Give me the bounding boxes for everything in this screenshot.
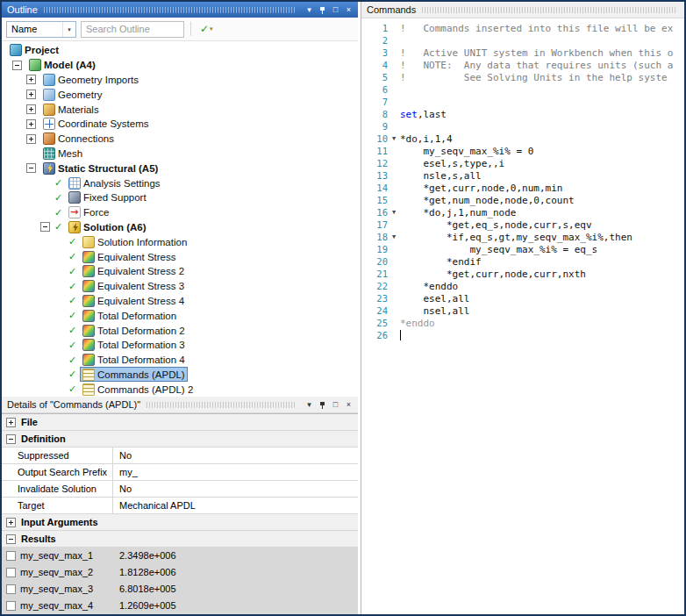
tree-item-equivalent-stress-3[interactable]: ✓Equivalent Stress 3 bbox=[2, 279, 358, 294]
code-line-2[interactable]: 2 bbox=[361, 34, 684, 47]
code-line-18[interactable]: 18▼ *if,eq_s,gt,my_seqv_max_%i%,then bbox=[361, 231, 684, 243]
tree-item-commands-apdl[interactable]: ✓Commands (APDL) bbox=[2, 368, 358, 383]
code-line-20[interactable]: 20 *endif bbox=[361, 255, 684, 268]
code-line-22[interactable]: 22 *enddo bbox=[361, 280, 684, 292]
tree-item-connections[interactable]: Connections bbox=[2, 132, 358, 147]
fold-marker-icon[interactable]: ▼ bbox=[388, 233, 400, 240]
code-line-13[interactable]: 13 nsle,s,all bbox=[361, 169, 684, 182]
maximize-icon[interactable]: □ bbox=[329, 397, 342, 412]
code-line-1[interactable]: 1! Commands inserted into this file will… bbox=[361, 22, 684, 34]
titlebar-grip[interactable] bbox=[146, 402, 297, 408]
details-category-results[interactable]: Results bbox=[2, 531, 358, 548]
check-icon: ✓ bbox=[68, 325, 80, 336]
details-category-file[interactable]: File bbox=[2, 414, 358, 431]
tree-item-analysis-settings[interactable]: ✓Analysis Settings bbox=[2, 175, 358, 190]
tree-item-equivalent-stress-2[interactable]: ✓Equivalent Stress 2 bbox=[2, 264, 358, 279]
titlebar-grip[interactable] bbox=[422, 7, 675, 13]
code-line-9[interactable]: 9 bbox=[361, 120, 684, 133]
expand-icon[interactable] bbox=[6, 518, 16, 527]
commands-titlebar[interactable]: Commands bbox=[361, 2, 684, 18]
code-line-19[interactable]: 19 my_seqv_max_%i% = eq_s bbox=[361, 243, 684, 255]
collapse-icon[interactable] bbox=[26, 163, 36, 173]
tree-item-project[interactable]: Project bbox=[2, 43, 358, 58]
result-checkbox[interactable] bbox=[6, 551, 16, 561]
close-icon[interactable]: × bbox=[342, 397, 355, 412]
code-line-7[interactable]: 7 bbox=[361, 96, 684, 108]
details-titlebar[interactable]: Details of "Commands (APDL)" ▾ □ × bbox=[2, 397, 358, 413]
code-line-26[interactable]: 26 bbox=[361, 329, 684, 341]
pin-icon[interactable] bbox=[316, 397, 329, 412]
search-outline-input[interactable] bbox=[81, 21, 184, 38]
tree-item-body: Fixed Support bbox=[66, 190, 149, 205]
tree-item-total-deformation-4[interactable]: ✓Total Deformation 4 bbox=[2, 353, 358, 368]
tree-item-equivalent-stress-4[interactable]: ✓Equivalent Stress 4 bbox=[2, 294, 358, 309]
tree-item-solution-a6[interactable]: ✓Solution (A6) bbox=[2, 220, 358, 235]
code-line-10[interactable]: 10▼*do,i,1,4 bbox=[361, 133, 684, 145]
tree-item-total-deformation-2[interactable]: ✓Total Deformation 2 bbox=[2, 323, 358, 338]
code-line-17[interactable]: 17 *get,eq_s,node,curr,s,eqv bbox=[361, 218, 684, 231]
tree-item-fixed-support[interactable]: ✓Fixed Support bbox=[2, 190, 358, 205]
titlebar-grip[interactable] bbox=[44, 7, 297, 13]
code-line-3[interactable]: 3! Active UNIT system in Workbench when … bbox=[361, 47, 684, 59]
code-line-14[interactable]: 14 *get,curr,node,0,num,min bbox=[361, 182, 684, 194]
expand-icon[interactable] bbox=[26, 90, 36, 99]
tree-item-body: Connections bbox=[40, 132, 117, 147]
code-line-4[interactable]: 4! NOTE: Any data that requires units (s… bbox=[361, 59, 684, 71]
commands-code[interactable]: 1! Commands inserted into this file will… bbox=[361, 18, 684, 614]
code-line-5[interactable]: 5! See Solving Units in the help syste bbox=[361, 71, 684, 83]
tree-item-materials[interactable]: Materials bbox=[2, 102, 358, 117]
code-line-15[interactable]: 15 *get,num_node,node,0,count bbox=[361, 194, 684, 206]
tree-item-commands-apdl-2[interactable]: ✓Commands (APDL) 2 bbox=[2, 382, 358, 397]
details-category-input-arguments[interactable]: Input Arguments bbox=[2, 514, 358, 531]
code-line-24[interactable]: 24 nsel,all bbox=[361, 304, 684, 317]
chevron-down-icon[interactable]: ▾ bbox=[303, 2, 316, 18]
line-number: 23 bbox=[361, 293, 388, 304]
property-value[interactable]: my_ bbox=[113, 464, 358, 480]
result-checkbox[interactable] bbox=[6, 584, 16, 594]
property-value[interactable]: Mechanical APDL bbox=[113, 498, 358, 513]
tree-item-mesh[interactable]: Mesh bbox=[2, 147, 358, 161]
tree-item-geometry-imports[interactable]: Geometry Imports bbox=[2, 73, 358, 88]
code-line-11[interactable]: 11 my_seqv_max_%i% = 0 bbox=[361, 145, 684, 157]
close-icon[interactable]: × bbox=[342, 2, 355, 18]
code-line-21[interactable]: 21 *get,curr,node,curr,nxth bbox=[361, 268, 684, 280]
chevron-down-icon[interactable]: ▾ bbox=[303, 397, 316, 412]
expand-icon[interactable] bbox=[6, 418, 16, 427]
expand-icon[interactable] bbox=[26, 119, 36, 129]
collapse-icon[interactable] bbox=[12, 61, 22, 70]
outline-titlebar[interactable]: Outline ▾ □ × bbox=[2, 2, 358, 18]
maximize-icon[interactable]: □ bbox=[329, 2, 342, 18]
expand-icon[interactable] bbox=[26, 75, 36, 84]
code-line-12[interactable]: 12 esel,s,type,,i bbox=[361, 157, 684, 169]
details-category-definition[interactable]: Definition bbox=[2, 431, 358, 448]
tree-item-total-deformation-3[interactable]: ✓Total Deformation 3 bbox=[2, 338, 358, 353]
tree-item-equivalent-stress[interactable]: ✓Equivalent Stress bbox=[2, 249, 358, 264]
tree-item-geometry[interactable]: Geometry bbox=[2, 87, 358, 102]
code-line-23[interactable]: 23 esel,all bbox=[361, 292, 684, 304]
code-line-16[interactable]: 16▼ *do,j,1,num_node bbox=[361, 206, 684, 218]
property-value[interactable]: No bbox=[113, 448, 358, 463]
pin-icon[interactable] bbox=[316, 2, 329, 18]
tree-item-force[interactable]: ✓Force bbox=[2, 205, 358, 220]
tree-item-total-deformation[interactable]: ✓Total Deformation bbox=[2, 308, 358, 323]
code-line-25[interactable]: 25*enddo bbox=[361, 317, 684, 329]
collapse-icon[interactable] bbox=[6, 534, 16, 544]
scope-filter-button[interactable]: ✓ ▾ bbox=[197, 22, 216, 36]
name-filter-dropdown[interactable]: Name ▾ bbox=[6, 21, 76, 38]
tree-item-static-structural-a5[interactable]: Static Structural (A5) bbox=[2, 161, 358, 175]
property-value[interactable]: No bbox=[113, 481, 358, 497]
expand-icon[interactable] bbox=[26, 104, 36, 114]
tree-item-model-a4[interactable]: Model (A4) bbox=[2, 58, 358, 73]
result-checkbox[interactable] bbox=[6, 568, 16, 577]
fold-marker-icon[interactable]: ▼ bbox=[388, 209, 400, 216]
code-line-8[interactable]: 8set,last bbox=[361, 108, 684, 120]
expand-icon[interactable] bbox=[26, 134, 36, 144]
code-line-6[interactable]: 6 bbox=[361, 83, 684, 96]
collapse-icon[interactable] bbox=[40, 222, 50, 232]
tree-item-solution-information[interactable]: ✓Solution Information bbox=[2, 234, 358, 249]
fold-marker-icon[interactable]: ▼ bbox=[388, 135, 400, 142]
tree-item-coordinate-systems[interactable]: Coordinate Systems bbox=[2, 117, 358, 132]
collapse-icon[interactable] bbox=[6, 434, 16, 444]
result-checkbox[interactable] bbox=[6, 601, 16, 611]
text-cursor bbox=[400, 330, 401, 340]
